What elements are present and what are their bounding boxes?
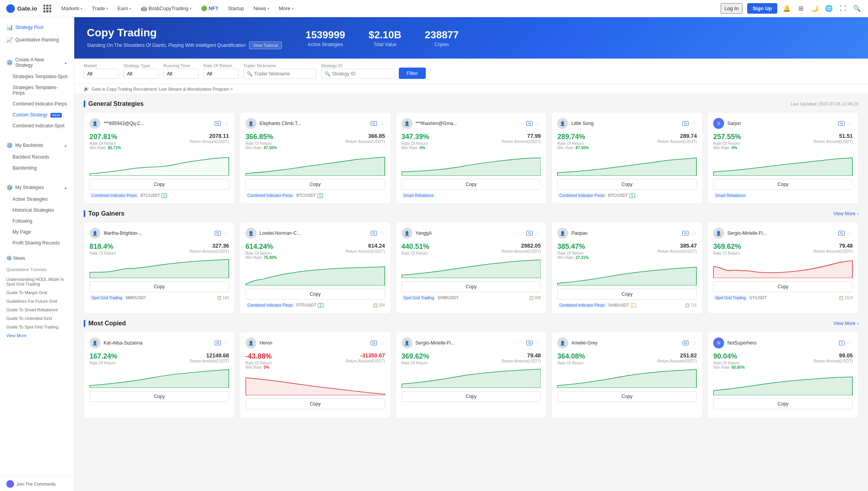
nav-news[interactable]: News ▾ bbox=[250, 3, 274, 14]
star-icon[interactable]: ☆ bbox=[848, 230, 853, 236]
nav-startup[interactable]: Startup bbox=[224, 3, 248, 14]
nav-nft[interactable]: 🟢 NFT bbox=[197, 3, 222, 14]
filter-button[interactable]: Filter bbox=[399, 68, 426, 79]
sidebar-strategy-pool[interactable]: 📊 Strategy Pool bbox=[0, 21, 74, 34]
signup-button[interactable]: Sign Up bbox=[747, 3, 777, 14]
star-icon[interactable]: ☆ bbox=[692, 230, 697, 236]
sidebar-item-my-page[interactable]: My Page bbox=[0, 227, 74, 237]
general-card-5[interactable]: S Sarjon % ☆ 257.55% Rate Of Return Win … bbox=[707, 112, 859, 204]
copy-button[interactable]: Copy bbox=[557, 391, 697, 402]
sidebar-item-historical-strategies[interactable]: Historical Strategies bbox=[0, 205, 74, 216]
sidebar-item-combined-perps[interactable]: Combined Indicator-Perps bbox=[0, 98, 74, 109]
most-copied-card-5[interactable]: N NotSuperhero Y ☆ 90.04% Rate Of Return… bbox=[707, 332, 859, 418]
globe-icon[interactable]: 🌐 bbox=[824, 4, 834, 13]
copy-button[interactable]: Copy bbox=[246, 179, 385, 190]
copy-button[interactable]: Copy bbox=[713, 398, 853, 409]
copy-button[interactable]: Copy bbox=[557, 289, 697, 300]
sidebar-view-more[interactable]: View More bbox=[0, 331, 74, 340]
nav-more[interactable]: More ▾ bbox=[275, 3, 298, 14]
sidebar-item-spot-templates[interactable]: Strategies Templates-Spot bbox=[0, 71, 74, 82]
sidebar-tut-margin[interactable]: Guide To Margin Grid bbox=[0, 288, 74, 297]
star-icon[interactable]: ☆ bbox=[848, 340, 853, 346]
top-gainer-card-4[interactable]: 👤 Paopao % ☆ 385.47% Rate Of Return Win … bbox=[551, 222, 703, 314]
time-select[interactable]: All bbox=[163, 69, 199, 79]
general-card-3[interactable]: 👤 ***llhashim@Gma... % ☆ 347.39% Rate Of… bbox=[396, 112, 547, 204]
copy-button[interactable]: Copy bbox=[557, 179, 697, 190]
sidebar-item-backtesting[interactable]: Backtesting bbox=[0, 162, 74, 173]
notification-icon[interactable]: 🔔 bbox=[782, 4, 791, 13]
sidebar-my-strategies[interactable]: ⚙️ My Strategies ▲ bbox=[0, 181, 74, 194]
most-copied-card-4[interactable]: 👤 Amelie-Grey M ☆ 364.08% Rate Of Return… bbox=[551, 332, 703, 418]
grid-icon[interactable] bbox=[43, 5, 51, 12]
copy-button[interactable]: Copy bbox=[90, 391, 229, 402]
sidebar-item-custom-strategy[interactable]: Custom Strategy NEW bbox=[0, 109, 74, 120]
copy-button[interactable]: Copy bbox=[246, 398, 385, 409]
site-logo[interactable]: Gate.io bbox=[6, 4, 37, 13]
nav-earn[interactable]: Earn ▾ bbox=[114, 3, 135, 14]
sidebar-item-following[interactable]: Following bbox=[0, 216, 74, 227]
most-copied-view-more[interactable]: View More › bbox=[834, 321, 859, 326]
type-select[interactable]: All bbox=[124, 69, 159, 79]
general-card-1[interactable]: 👤 ***895943@Qq.C... % ☆ 207.81% Rate Of … bbox=[84, 112, 235, 204]
sidebar-tut-future[interactable]: Guidelines For Future Grid bbox=[0, 297, 74, 305]
top-gainers-view-more[interactable]: View More › bbox=[834, 211, 859, 216]
star-icon[interactable]: ☆ bbox=[848, 120, 853, 127]
most-copied-card-1[interactable]: 👤 Kat-Ailsa-Suzanna M ☆ 167.24% Rate Of … bbox=[84, 332, 235, 418]
star-icon[interactable]: ☆ bbox=[224, 230, 229, 236]
copy-button[interactable]: Copy bbox=[90, 281, 229, 292]
grid2-icon[interactable]: ⊞ bbox=[796, 4, 805, 13]
copy-button[interactable]: Copy bbox=[713, 179, 853, 190]
star-icon[interactable]: ☆ bbox=[380, 120, 385, 127]
star-icon[interactable]: ☆ bbox=[380, 340, 385, 346]
copy-button[interactable]: Copy bbox=[402, 281, 541, 292]
copy-button[interactable]: Copy bbox=[713, 281, 853, 292]
copy-button[interactable]: Copy bbox=[402, 179, 541, 190]
star-icon[interactable]: ☆ bbox=[224, 120, 229, 127]
star-icon[interactable]: ☆ bbox=[380, 230, 385, 236]
top-gainer-card-5[interactable]: 👤 Sergio-Mirielle-Fi... % ☆ 369.62% Rate… bbox=[707, 222, 859, 314]
return-label: Rate Of Return bbox=[402, 251, 429, 255]
copy-button[interactable]: Copy bbox=[90, 179, 229, 190]
tutorial-button[interactable]: View Tutorial bbox=[249, 41, 282, 49]
star-icon[interactable]: ☆ bbox=[692, 120, 697, 127]
sidebar-join-community[interactable]: Join The Community bbox=[0, 477, 74, 491]
most-copied-card-3[interactable]: 👤 Sergio-Mirielle-Fi... % ☆ 369.62% Rate… bbox=[396, 332, 547, 418]
top-gainer-card-1[interactable]: 👤 Martha-Brighton-... % ☆ 818.4% Rate Of… bbox=[84, 222, 235, 314]
trader-input[interactable] bbox=[254, 71, 313, 77]
general-card-2[interactable]: 👤 Elephants Climb T... % ☆ 366.85% Rate … bbox=[240, 112, 391, 204]
sidebar-tut-rebalance[interactable]: Guide To Smart Rebalance bbox=[0, 305, 74, 314]
top-gainer-card-2[interactable]: 👤 Lorelei-Norman-C... % ☆ 614.24% Rate O… bbox=[240, 222, 391, 314]
sidebar-tut-unlimited[interactable]: Guide To Unlimited Grid bbox=[0, 314, 74, 323]
strategy-id-input[interactable] bbox=[332, 71, 391, 77]
star-icon[interactable]: ☆ bbox=[692, 340, 697, 346]
market-select[interactable]: All bbox=[84, 69, 119, 79]
copy-button[interactable]: Copy bbox=[402, 391, 541, 402]
copy-button[interactable]: Copy bbox=[246, 289, 385, 300]
sidebar-news[interactable]: ⚙️ News bbox=[0, 252, 74, 264]
star-icon[interactable]: ☆ bbox=[536, 340, 541, 346]
search-icon[interactable]: 🔍 bbox=[852, 4, 862, 13]
sidebar-item-perps-templates[interactable]: Strategies Templates-Perps bbox=[0, 82, 74, 98]
sidebar-quantitative-ranking[interactable]: 📈 Quantitative Ranking bbox=[0, 34, 74, 46]
sidebar-item-active-strategies[interactable]: Active Strategies bbox=[0, 194, 74, 205]
most-copied-card-2[interactable]: 👤 Heron M ☆ -43.88% Rate Of Return Win R… bbox=[240, 332, 391, 418]
star-icon[interactable]: ☆ bbox=[224, 340, 229, 346]
sidebar-tut-hodl[interactable]: Understanding HODL Mode In Spot Grid Tra… bbox=[0, 275, 74, 288]
sidebar-item-profit-sharing[interactable]: Profit Sharing Records bbox=[0, 237, 74, 248]
fullscreen-icon[interactable]: ⛶ bbox=[838, 4, 848, 13]
star-icon[interactable]: ☆ bbox=[536, 120, 541, 127]
rate-select[interactable]: All bbox=[203, 69, 239, 79]
theme-icon[interactable]: 🌙 bbox=[810, 4, 820, 13]
top-gainer-card-3[interactable]: 👤 YanggA % ☆ 440.51% Rate Of Return 2982… bbox=[396, 222, 547, 314]
login-button[interactable]: Log In bbox=[721, 3, 742, 14]
nav-trade[interactable]: Trade ▾ bbox=[88, 3, 112, 14]
general-card-4[interactable]: 👤 Little Song % ☆ 289.74% Rate Of Return… bbox=[551, 112, 703, 204]
sidebar-item-combined-spot[interactable]: Combined Indicator-Spot bbox=[0, 120, 74, 131]
star-icon[interactable]: ☆ bbox=[536, 230, 541, 236]
sidebar-item-backtest-records[interactable]: Backtest Records bbox=[0, 152, 74, 162]
sidebar-my-backtests[interactable]: ⚙️ My Backtests ▲ bbox=[0, 139, 74, 152]
sidebar-tut-spot[interactable]: Guide To Spot Grid Trading bbox=[0, 323, 74, 331]
nav-markets[interactable]: Markets ▾ bbox=[57, 3, 86, 14]
nav-botcopytrading[interactable]: 🤖 Bot&CopyTrading ▾ bbox=[137, 3, 195, 14]
sidebar-create-strategy[interactable]: ⚙️ Create A New Strategy ▲ bbox=[0, 54, 74, 71]
